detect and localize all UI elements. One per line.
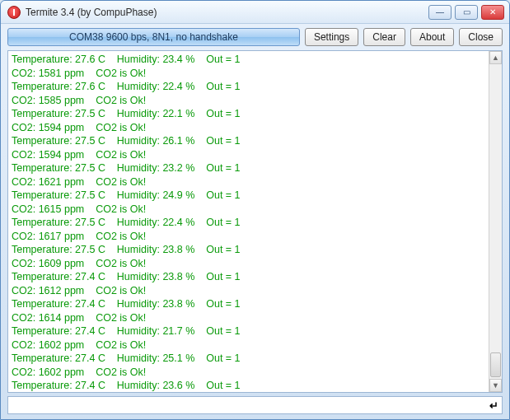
scroll-up-icon[interactable]: ▲ <box>489 51 502 64</box>
toolbar: COM38 9600 bps, 8N1, no handshake Settin… <box>1 24 509 50</box>
terminal-area: Temperature: 27.6 C Humidity: 23.4 % Out… <box>7 50 503 393</box>
scroll-thumb[interactable] <box>490 352 501 377</box>
app-icon <box>7 6 21 19</box>
settings-button[interactable]: Settings <box>305 28 358 46</box>
about-button[interactable]: About <box>410 28 454 46</box>
scrollbar[interactable]: ▲ ▼ <box>489 51 502 392</box>
scroll-down-icon[interactable]: ▼ <box>489 379 502 392</box>
window-title: Termite 3.4 (by CompuPhase) <box>26 7 157 18</box>
app-window: Termite 3.4 (by CompuPhase) — ▭ ✕ COM38 … <box>0 0 510 420</box>
enter-icon: ↵ <box>489 399 498 412</box>
clear-button[interactable]: Clear <box>363 28 405 46</box>
close-button[interactable]: Close <box>459 28 503 46</box>
window-close-button[interactable]: ✕ <box>481 5 504 20</box>
command-input[interactable]: ↵ <box>7 396 503 414</box>
terminal-output[interactable]: Temperature: 27.6 C Humidity: 23.4 % Out… <box>8 51 489 392</box>
minimize-button[interactable]: — <box>428 5 452 20</box>
maximize-button[interactable]: ▭ <box>455 5 478 20</box>
connection-status-button[interactable]: COM38 9600 bps, 8N1, no handshake <box>7 28 300 46</box>
titlebar[interactable]: Termite 3.4 (by CompuPhase) — ▭ ✕ <box>1 1 509 24</box>
